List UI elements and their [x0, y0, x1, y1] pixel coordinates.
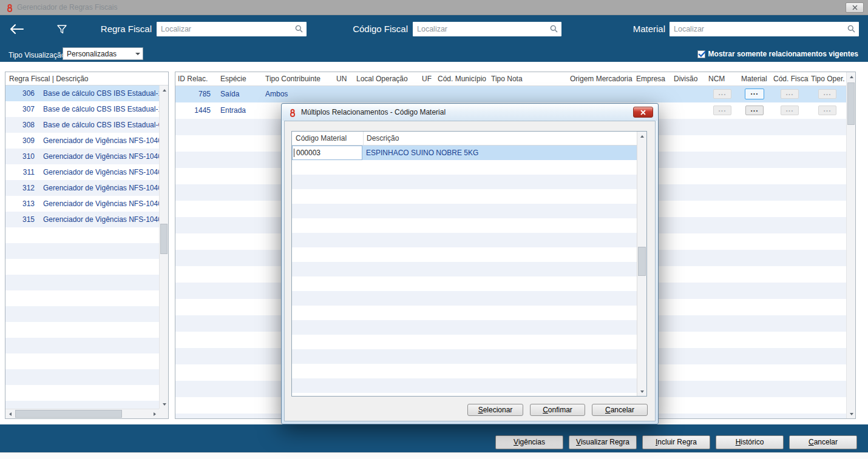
- regra-fiscal-search-input[interactable]: [157, 22, 307, 36]
- cancelar-dialog-button[interactable]: Cancelar: [592, 404, 648, 416]
- column-header[interactable]: Divisão: [671, 72, 706, 85]
- regra-fiscal-label: Regra Fiscal: [85, 22, 152, 36]
- scroll-up-icon[interactable]: [847, 72, 856, 81]
- regra-row[interactable]: 306Base de cálculo CBS IBS Estadual-104: [5, 85, 159, 101]
- codigo-fiscal-search-input[interactable]: [413, 22, 561, 36]
- ncm-ellipsis-button[interactable]: ...: [713, 89, 731, 99]
- regra-descricao: Gerenciador de Vigências NFS-10404: [43, 149, 159, 164]
- window-close-button[interactable]: [846, 2, 864, 13]
- codigo-fiscal-label: Código Fiscal: [340, 22, 408, 36]
- regras-list-header[interactable]: Regra Fiscal | Descrição: [5, 72, 168, 85]
- column-header[interactable]: Código Material: [292, 132, 364, 145]
- vigentes-filter: Mostrar somente relacionamentos vigentes: [697, 49, 858, 59]
- column-header[interactable]: Tipo Nota: [489, 72, 568, 85]
- column-header[interactable]: Origem Mercadoria: [568, 72, 634, 85]
- regra-row[interactable]: 315Gerenciador de Vigências NFS-10404: [5, 212, 159, 227]
- column-header[interactable]: Espécie: [218, 72, 263, 85]
- regras-vertical-scrollbar[interactable]: [159, 85, 168, 409]
- scrollbar-thumb[interactable]: [638, 247, 646, 276]
- selecionar-button[interactable]: Selecionar: [467, 404, 523, 416]
- titlebar[interactable]: Gerenciador de Regras Fiscais: [0, 0, 868, 15]
- scroll-right-icon[interactable]: [150, 409, 159, 418]
- vigentes-checkbox[interactable]: [697, 50, 705, 58]
- regra-row[interactable]: 313Gerenciador de Vigências NFS-10404: [5, 196, 159, 212]
- scrollbar-thumb[interactable]: [847, 82, 855, 125]
- cod-fiscal-ellipsis-button[interactable]: ...: [781, 106, 799, 115]
- regra-row[interactable]: 310Gerenciador de Vigências NFS-10404: [5, 149, 159, 164]
- material-label: Material: [612, 22, 665, 36]
- material-ellipsis-button[interactable]: ...: [745, 106, 764, 115]
- vigencias-button[interactable]: Vigências: [495, 435, 563, 449]
- regra-descricao: Gerenciador de Vigências NFS-10404: [43, 133, 159, 149]
- relacionamento-row[interactable]: 785 Saída Ambos ... ... ... ...: [175, 86, 846, 102]
- column-header[interactable]: UN: [334, 72, 354, 85]
- column-header[interactable]: ID Relac.: [175, 72, 218, 85]
- material-searchbox: [670, 22, 859, 36]
- regra-row[interactable]: 308Base de cálculo CBS IBS Estadual-CG-: [5, 117, 159, 133]
- especie-cell: Entrada: [218, 102, 263, 119]
- regra-descricao: Base de cálculo CBS IBS Estadual-CG-: [43, 117, 159, 133]
- column-header[interactable]: UF: [419, 72, 435, 85]
- column-header[interactable]: Local Operação: [354, 72, 419, 85]
- regra-row[interactable]: 307Base de cálculo CBS IBS Estadual-104: [5, 101, 159, 117]
- filter-button[interactable]: [55, 22, 69, 37]
- dialog-vertical-scrollbar[interactable]: [637, 132, 646, 396]
- tipo-oper-ellipsis-button[interactable]: ...: [818, 89, 836, 99]
- tipo-contribuinte-cell: Ambos: [263, 86, 334, 102]
- grid-vertical-scrollbar[interactable]: [846, 72, 855, 418]
- dialog-titlebar[interactable]: Múltiplos Relacionamentos - Código Mater…: [282, 104, 657, 121]
- toolbar: Regra Fiscal Código Fiscal Material Tipo…: [0, 15, 868, 62]
- window-title: Gerenciador de Regras Fiscais: [17, 0, 117, 15]
- material-search-input[interactable]: [670, 22, 859, 36]
- id-relac-cell: 785: [175, 86, 218, 102]
- back-button[interactable]: [8, 21, 28, 37]
- cod-fiscal-ellipsis-button[interactable]: ...: [781, 89, 799, 99]
- material-ellipsis-button[interactable]: ...: [745, 89, 764, 99]
- scroll-down-icon[interactable]: [847, 409, 856, 418]
- dialog-body: Código Material Descrição 000003 ESPINHA…: [284, 121, 656, 421]
- regra-descricao: Gerenciador de Vigências NFS-10404: [43, 164, 159, 180]
- regras-horizontal-scrollbar[interactable]: [5, 409, 159, 418]
- cancelar-button[interactable]: Cancelar: [789, 435, 857, 449]
- column-header[interactable]: Cód. Município: [435, 72, 489, 85]
- confirmar-button[interactable]: Confimar: [530, 404, 585, 416]
- column-header[interactable]: Tipo Contribuinte: [263, 72, 334, 85]
- close-icon: [852, 5, 858, 10]
- empty-rows-stripes: [292, 160, 637, 396]
- scroll-down-icon[interactable]: [637, 387, 646, 396]
- column-header[interactable]: NCM: [706, 72, 739, 85]
- scroll-down-icon[interactable]: [160, 400, 169, 409]
- check-icon: [698, 50, 707, 58]
- ncm-ellipsis-button[interactable]: ...: [713, 106, 731, 115]
- regra-descricao: Gerenciador de Vigências NFS-10404: [43, 212, 159, 227]
- column-header[interactable]: Tipo Oper.: [809, 72, 846, 85]
- scroll-up-icon[interactable]: [637, 132, 646, 141]
- tipo-oper-ellipsis-button[interactable]: ...: [818, 106, 836, 115]
- column-header[interactable]: Cód. Fiscal: [771, 72, 809, 85]
- visualizar-regra-button[interactable]: Visualizar Regra: [569, 435, 637, 449]
- historico-button[interactable]: Histórico: [716, 435, 784, 449]
- scroll-up-icon[interactable]: [160, 85, 169, 95]
- regra-id: 306: [5, 85, 35, 101]
- regra-row[interactable]: 311Gerenciador de Vigências NFS-10404: [5, 164, 159, 180]
- column-header[interactable]: Descrição: [364, 132, 637, 145]
- regra-descricao: Gerenciador de Vigências NFS-10404: [43, 180, 159, 196]
- column-header[interactable]: Material: [739, 72, 771, 85]
- dialog-icon: [288, 109, 297, 117]
- regra-row[interactable]: 309Gerenciador de Vigências NFS-10404: [5, 133, 159, 149]
- regra-row[interactable]: 312Gerenciador de Vigências NFS-10404: [5, 180, 159, 196]
- codigo-material-cell[interactable]: 000003: [292, 146, 362, 160]
- descricao-cell: ESPINHACO SUINO NOBRE 5KG: [366, 146, 634, 160]
- scroll-left-icon[interactable]: [5, 409, 15, 418]
- incluir-regra-button[interactable]: Incluir Regra: [642, 435, 710, 449]
- close-icon: [640, 110, 646, 115]
- regra-id: 313: [5, 196, 35, 212]
- material-row[interactable]: 000003 ESPINHACO SUINO NOBRE 5KG: [292, 146, 637, 160]
- scrollbar-thumb[interactable]: [15, 410, 122, 418]
- app-icon: [5, 4, 14, 12]
- column-header[interactable]: Empresa: [634, 72, 671, 85]
- tipo-visualizacao-select[interactable]: Personalizadas: [63, 47, 143, 60]
- dialog-close-button[interactable]: [633, 107, 653, 118]
- chevron-down-icon: [133, 48, 143, 59]
- scrollbar-thumb[interactable]: [160, 224, 168, 254]
